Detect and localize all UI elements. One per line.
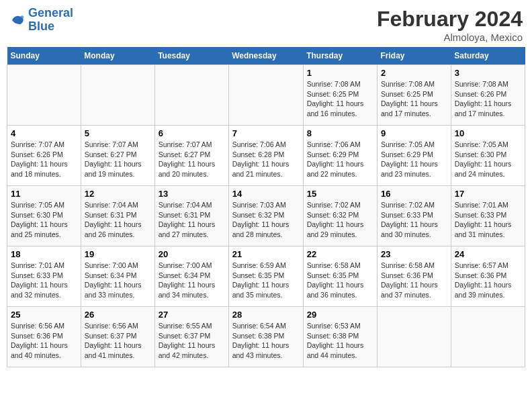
calendar-cell: 6Sunrise: 7:07 AM Sunset: 6:27 PM Daylig… <box>154 126 228 186</box>
day-number: 1 <box>307 68 373 78</box>
calendar-body: 1Sunrise: 7:08 AM Sunset: 6:25 PM Daylig… <box>7 65 525 367</box>
column-header-wednesday: Wednesday <box>228 47 303 65</box>
day-info: Sunrise: 6:54 AM Sunset: 6:38 PM Dayligh… <box>232 321 300 361</box>
day-number: 5 <box>85 128 151 138</box>
calendar-cell: 13Sunrise: 7:04 AM Sunset: 6:31 PM Dayli… <box>154 186 228 246</box>
day-info: Sunrise: 7:06 AM Sunset: 6:28 PM Dayligh… <box>232 140 300 179</box>
column-header-sunday: Sunday <box>7 47 81 65</box>
day-number: 6 <box>159 128 225 138</box>
day-number: 13 <box>159 189 225 199</box>
day-info: Sunrise: 7:01 AM Sunset: 6:33 PM Dayligh… <box>455 200 521 240</box>
calendar-cell: 16Sunrise: 7:02 AM Sunset: 6:33 PM Dayli… <box>378 186 451 246</box>
calendar-cell: 29Sunrise: 6:53 AM Sunset: 6:38 PM Dayli… <box>303 307 377 367</box>
day-info: Sunrise: 7:02 AM Sunset: 6:32 PM Dayligh… <box>307 200 373 240</box>
day-number: 14 <box>232 189 300 199</box>
day-info: Sunrise: 7:01 AM Sunset: 6:33 PM Dayligh… <box>11 261 77 300</box>
day-number: 27 <box>159 310 225 320</box>
day-number: 20 <box>159 249 225 259</box>
calendar-cell: 2Sunrise: 7:08 AM Sunset: 6:25 PM Daylig… <box>378 65 451 126</box>
day-info: Sunrise: 6:56 AM Sunset: 6:37 PM Dayligh… <box>85 321 151 361</box>
week-row-1: 1Sunrise: 7:08 AM Sunset: 6:25 PM Daylig… <box>7 65 525 126</box>
day-number: 18 <box>11 249 77 259</box>
calendar-cell: 18Sunrise: 7:01 AM Sunset: 6:33 PM Dayli… <box>7 246 81 307</box>
day-info: Sunrise: 6:58 AM Sunset: 6:36 PM Dayligh… <box>381 261 447 300</box>
calendar-cell: 4Sunrise: 7:07 AM Sunset: 6:26 PM Daylig… <box>7 126 81 186</box>
day-info: Sunrise: 6:59 AM Sunset: 6:35 PM Dayligh… <box>232 261 300 300</box>
day-number: 17 <box>455 189 521 199</box>
calendar-cell: 19Sunrise: 7:00 AM Sunset: 6:34 PM Dayli… <box>81 246 154 307</box>
day-info: Sunrise: 7:04 AM Sunset: 6:31 PM Dayligh… <box>159 200 225 240</box>
day-info: Sunrise: 7:04 AM Sunset: 6:31 PM Dayligh… <box>85 200 151 240</box>
calendar-cell <box>451 307 525 367</box>
calendar-cell: 14Sunrise: 7:03 AM Sunset: 6:32 PM Dayli… <box>228 186 303 246</box>
day-number: 19 <box>85 249 151 259</box>
calendar-table: SundayMondayTuesdayWednesdayThursdayFrid… <box>7 47 525 367</box>
day-number: 21 <box>232 249 300 259</box>
day-number: 9 <box>381 128 447 138</box>
logo: GeneralBlue <box>9 7 73 34</box>
day-info: Sunrise: 7:05 AM Sunset: 6:29 PM Dayligh… <box>381 140 447 179</box>
day-info: Sunrise: 7:03 AM Sunset: 6:32 PM Dayligh… <box>232 200 300 240</box>
day-number: 2 <box>381 68 447 78</box>
column-header-saturday: Saturday <box>451 47 525 65</box>
column-header-tuesday: Tuesday <box>154 47 228 65</box>
column-header-monday: Monday <box>81 47 154 65</box>
week-row-3: 11Sunrise: 7:05 AM Sunset: 6:30 PM Dayli… <box>7 186 525 246</box>
calendar-cell: 17Sunrise: 7:01 AM Sunset: 6:33 PM Dayli… <box>451 186 525 246</box>
day-number: 23 <box>381 249 447 259</box>
day-info: Sunrise: 7:05 AM Sunset: 6:30 PM Dayligh… <box>11 200 77 240</box>
day-info: Sunrise: 7:07 AM Sunset: 6:27 PM Dayligh… <box>85 140 151 179</box>
logo-icon <box>9 12 26 28</box>
column-header-friday: Friday <box>378 47 451 65</box>
week-row-2: 4Sunrise: 7:07 AM Sunset: 6:26 PM Daylig… <box>7 126 525 186</box>
calendar-cell: 7Sunrise: 7:06 AM Sunset: 6:28 PM Daylig… <box>228 126 303 186</box>
day-info: Sunrise: 6:58 AM Sunset: 6:35 PM Dayligh… <box>307 261 373 300</box>
day-number: 15 <box>307 189 373 199</box>
day-info: Sunrise: 7:06 AM Sunset: 6:29 PM Dayligh… <box>307 140 373 179</box>
day-number: 24 <box>455 249 521 259</box>
calendar-cell: 28Sunrise: 6:54 AM Sunset: 6:38 PM Dayli… <box>228 307 303 367</box>
day-info: Sunrise: 7:07 AM Sunset: 6:26 PM Dayligh… <box>11 140 77 179</box>
day-info: Sunrise: 6:57 AM Sunset: 6:36 PM Dayligh… <box>455 261 521 300</box>
day-info: Sunrise: 7:05 AM Sunset: 6:30 PM Dayligh… <box>455 140 521 179</box>
day-number: 22 <box>307 249 373 259</box>
day-info: Sunrise: 7:02 AM Sunset: 6:33 PM Dayligh… <box>381 200 447 240</box>
calendar-cell: 5Sunrise: 7:07 AM Sunset: 6:27 PM Daylig… <box>81 126 154 186</box>
location-subtitle: Almoloya, Mexico <box>377 32 523 43</box>
week-row-4: 18Sunrise: 7:01 AM Sunset: 6:33 PM Dayli… <box>7 246 525 307</box>
calendar-cell: 9Sunrise: 7:05 AM Sunset: 6:29 PM Daylig… <box>378 126 451 186</box>
calendar-cell: 3Sunrise: 7:08 AM Sunset: 6:26 PM Daylig… <box>451 65 525 126</box>
calendar-cell: 24Sunrise: 6:57 AM Sunset: 6:36 PM Dayli… <box>451 246 525 307</box>
day-number: 12 <box>85 189 151 199</box>
day-info: Sunrise: 7:00 AM Sunset: 6:34 PM Dayligh… <box>85 261 151 300</box>
calendar-cell: 26Sunrise: 6:56 AM Sunset: 6:37 PM Dayli… <box>81 307 154 367</box>
calendar-header-row: SundayMondayTuesdayWednesdayThursdayFrid… <box>7 47 525 65</box>
calendar-cell: 8Sunrise: 7:06 AM Sunset: 6:29 PM Daylig… <box>303 126 377 186</box>
day-number: 11 <box>11 189 77 199</box>
calendar-cell: 12Sunrise: 7:04 AM Sunset: 6:31 PM Dayli… <box>81 186 154 246</box>
calendar-cell: 27Sunrise: 6:55 AM Sunset: 6:37 PM Dayli… <box>154 307 228 367</box>
day-info: Sunrise: 6:56 AM Sunset: 6:36 PM Dayligh… <box>11 321 77 361</box>
calendar-cell: 10Sunrise: 7:05 AM Sunset: 6:30 PM Dayli… <box>451 126 525 186</box>
calendar-cell: 20Sunrise: 7:00 AM Sunset: 6:34 PM Dayli… <box>154 246 228 307</box>
calendar-cell: 1Sunrise: 7:08 AM Sunset: 6:25 PM Daylig… <box>303 65 377 126</box>
column-header-thursday: Thursday <box>303 47 377 65</box>
day-info: Sunrise: 6:53 AM Sunset: 6:38 PM Dayligh… <box>307 321 373 361</box>
day-number: 8 <box>307 128 373 138</box>
calendar-cell: 25Sunrise: 6:56 AM Sunset: 6:36 PM Dayli… <box>7 307 81 367</box>
logo-text: GeneralBlue <box>28 7 73 34</box>
day-number: 4 <box>11 128 77 138</box>
calendar-cell <box>81 65 154 126</box>
title-block: February 2024 Almoloya, Mexico <box>377 7 523 43</box>
day-number: 26 <box>85 310 151 320</box>
day-info: Sunrise: 7:00 AM Sunset: 6:34 PM Dayligh… <box>159 261 225 300</box>
calendar-cell <box>378 307 451 367</box>
day-info: Sunrise: 7:08 AM Sunset: 6:25 PM Dayligh… <box>307 79 373 119</box>
calendar-cell <box>154 65 228 126</box>
calendar-cell: 21Sunrise: 6:59 AM Sunset: 6:35 PM Dayli… <box>228 246 303 307</box>
day-number: 3 <box>455 68 521 78</box>
page-title: February 2024 <box>377 7 523 32</box>
day-number: 10 <box>455 128 521 138</box>
day-number: 7 <box>232 128 300 138</box>
day-number: 25 <box>11 310 77 320</box>
